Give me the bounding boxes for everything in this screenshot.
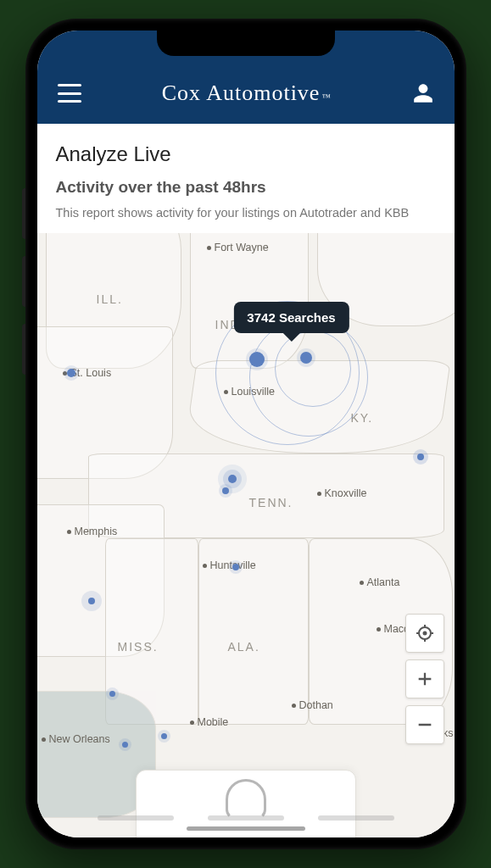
phone-notch <box>157 31 335 56</box>
zoom-in-button[interactable] <box>405 659 444 698</box>
state-label: TENN. <box>249 496 293 509</box>
os-app-switcher <box>37 815 455 821</box>
activity-marker[interactable] <box>228 475 237 483</box>
plus-icon <box>416 670 434 688</box>
city-label: Knoxville <box>317 487 367 499</box>
city-label: Atlanta <box>360 576 400 588</box>
activity-marker[interactable] <box>122 742 128 748</box>
activity-marker[interactable] <box>417 453 424 460</box>
content-header: Analyze Live Activity over the past 48hr… <box>37 124 455 233</box>
app-screen: Cox Automotive ™ Analyze Live Activity o… <box>37 31 455 837</box>
brand-trademark: ™ <box>321 92 331 102</box>
activity-map[interactable]: ILL. IND. KY. TENN. MISS. ALA. Fort Wayn… <box>37 233 455 837</box>
activity-marker[interactable] <box>222 487 229 494</box>
city-label: Mobile <box>190 716 229 728</box>
home-indicator[interactable] <box>187 826 305 831</box>
activity-marker[interactable] <box>232 564 239 570</box>
brand-logo: Cox Automotive ™ <box>162 81 331 106</box>
page-title: Analyze Live <box>56 142 436 166</box>
city-label: New Orleans <box>42 733 110 745</box>
city-label: Memphis <box>67 526 118 537</box>
profile-icon[interactable] <box>412 82 434 104</box>
crosshair-icon <box>415 623 435 643</box>
map-canvas[interactable]: ILL. IND. KY. TENN. MISS. ALA. Fort Wayn… <box>37 233 455 837</box>
activity-marker[interactable] <box>300 352 312 364</box>
activity-marker[interactable] <box>67 369 75 377</box>
locate-button[interactable] <box>405 614 444 653</box>
activity-marker[interactable] <box>109 691 115 697</box>
search-tooltip: 3742 Searches <box>233 302 349 333</box>
brand-name: Cox Automotive <box>162 81 321 106</box>
activity-marker[interactable] <box>249 352 265 367</box>
page-subtitle: Activity over the past 48hrs <box>56 178 436 197</box>
map-controls <box>405 614 444 744</box>
state-label: ALA. <box>228 640 260 654</box>
activity-marker[interactable] <box>88 598 95 604</box>
city-label: Dothan <box>292 699 333 711</box>
state-label: ILL. <box>97 292 123 306</box>
page-description: This report shows activity for your list… <box>56 203 436 223</box>
activity-marker[interactable] <box>161 733 167 739</box>
state-label: MISS. <box>118 640 159 654</box>
minus-icon <box>416 715 434 734</box>
city-label: Fort Wayne <box>207 242 269 253</box>
svg-point-1 <box>423 632 426 635</box>
zoom-out-button[interactable] <box>405 705 444 744</box>
screen-bezel: Cox Automotive ™ Analyze Live Activity o… <box>37 31 455 837</box>
city-label: Huntsville <box>203 559 256 571</box>
menu-button[interactable] <box>58 84 81 103</box>
gauge-icon <box>226 779 266 820</box>
tooltip-text: 3742 Searches <box>247 310 335 325</box>
phone-frame: Cox Automotive ™ Analyze Live Activity o… <box>25 19 466 849</box>
